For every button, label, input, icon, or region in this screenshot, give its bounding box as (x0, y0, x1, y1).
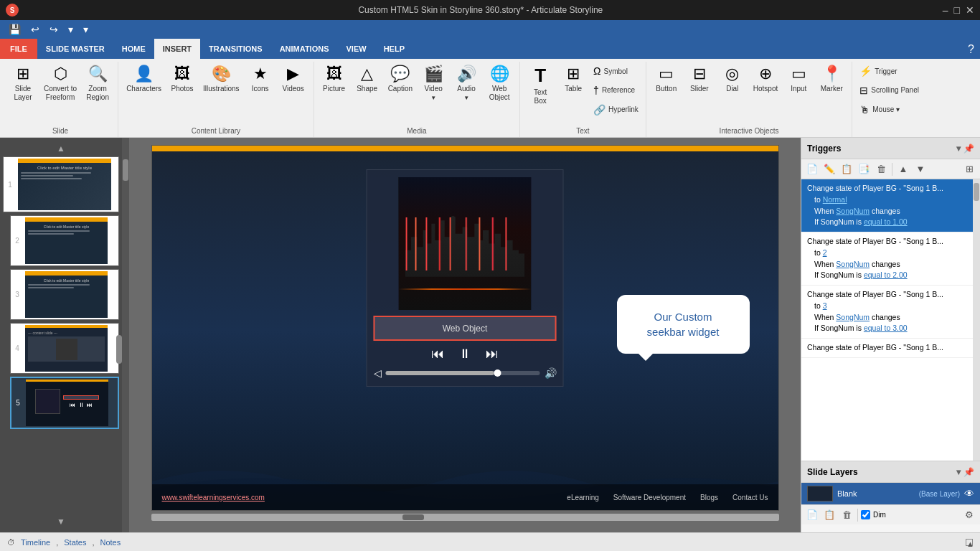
triggers-expand-button[interactable]: ⊞ (961, 161, 977, 177)
help-icon[interactable]: ? (962, 40, 980, 59)
text-box-button[interactable]: T TextBox (524, 62, 556, 108)
trigger-move-up-button[interactable]: ▲ (895, 161, 911, 177)
convert-freeform-button[interactable]: ⬡ Convert toFreeform (40, 62, 80, 105)
trigger-item-3[interactable]: Change state of Player BG - "Song 1 B...… (801, 286, 973, 339)
slide-thumb-2[interactable]: 2 Click to edit Master title style (10, 215, 119, 266)
scroll-up-button[interactable]: ▲ (3, 143, 119, 154)
videos-button[interactable]: ▶ Videos (278, 62, 309, 96)
marker-button[interactable]: 📍 Marker (816, 62, 847, 96)
trigger-new-button[interactable]: 📄 (804, 161, 820, 177)
trigger-1-songnum-link-1[interactable]: SongNum (836, 207, 870, 215)
slide-panel-scrollbar[interactable] (116, 335, 122, 364)
slide-thumb-3[interactable]: 3 Click to edit Master title style (10, 269, 119, 320)
tab-transitions[interactable]: TRANSITIONS (200, 39, 271, 59)
scroll-down-button[interactable]: ▼ (3, 517, 119, 527)
seek-thumb[interactable] (494, 369, 501, 377)
save-button[interactable]: 💾 (6, 22, 24, 37)
trigger-1-equal-link-1[interactable]: equal to 1.00 (864, 217, 908, 226)
slide-panel-vscroll-thumb[interactable] (123, 159, 128, 181)
trigger-delete-button[interactable]: 🗑 (873, 161, 889, 177)
dial-button[interactable]: ◎ Dial (717, 62, 748, 96)
footer-contact[interactable]: Contact Us (732, 494, 768, 501)
triggers-scroll-thumb[interactable] (974, 183, 979, 201)
layers-collapse-button[interactable]: ▾ (956, 467, 961, 477)
scrolling-panel-button[interactable]: ⊟ Scrolling Panel (857, 84, 922, 97)
timeline-scroll-up[interactable]: ▲ (966, 539, 973, 546)
canvas-hscroll-thumb[interactable] (402, 514, 424, 520)
footer-elearning[interactable]: eLearning (567, 494, 598, 501)
close-button[interactable]: ✕ (966, 4, 974, 16)
triggers-collapse-button[interactable]: ▾ (956, 143, 961, 154)
notes-link[interactable]: Notes (100, 538, 121, 547)
audio-button[interactable]: 🔊 Audio▼ (451, 62, 482, 105)
trigger-button[interactable]: ⚡ Trigger (857, 65, 922, 77)
undo-dropdown[interactable]: ▾ (65, 22, 76, 37)
forward-button[interactable]: ⏭ (486, 347, 499, 362)
trigger-item-4[interactable]: Change state of Player BG - "Song 1 B... (801, 339, 973, 358)
table-button[interactable]: ⊞ Table (557, 62, 589, 96)
trigger-copy-button[interactable]: 📋 (839, 161, 854, 177)
layer-delete-button[interactable]: 🗑 (839, 507, 854, 523)
symbol-button[interactable]: Ω Symbol (590, 65, 641, 77)
mouse-button[interactable]: 🖱 Mouse ▾ (857, 103, 922, 116)
triggers-scrollbar[interactable] (973, 179, 980, 461)
trigger-3-val-link[interactable]: 3 (823, 301, 827, 310)
icons-button[interactable]: ★ Icons (245, 62, 276, 96)
minimize-button[interactable]: – (943, 4, 948, 16)
shape-button[interactable]: △ Shape (352, 62, 383, 96)
canvas-hscroll[interactable] (151, 514, 779, 521)
seek-bar[interactable] (386, 371, 540, 375)
web-object-button[interactable]: 🌐 WebObject (484, 62, 515, 105)
layers-pin-button[interactable]: 📌 (963, 467, 974, 477)
zoom-region-button[interactable]: 🔍 ZoomRegion (82, 62, 113, 105)
trigger-2-val-link[interactable]: 2 (823, 248, 827, 257)
tab-help[interactable]: HELP (375, 39, 413, 59)
triggers-pin-button[interactable]: 📌 (963, 143, 974, 154)
trigger-3-equal-link[interactable]: equal to 3.00 (864, 324, 908, 332)
layer-copy-button[interactable]: 📋 (821, 507, 837, 523)
hyperlink-button[interactable]: 🔗 Hyperlink (590, 103, 641, 116)
slide-panel-vscroll[interactable] (122, 138, 129, 532)
undo-button[interactable]: ↩ (28, 22, 42, 37)
trigger-item-1[interactable]: Change state of Player BG - "Song 1 B...… (801, 179, 973, 232)
slide-thumb-4[interactable]: 4 --- content slide --- (10, 323, 119, 374)
layer-visibility-icon[interactable]: 👁 (964, 488, 974, 499)
trigger-edit-button[interactable]: ✏️ (821, 161, 837, 177)
tab-view[interactable]: VIEW (338, 39, 375, 59)
tab-animations[interactable]: ANIMATIONS (271, 39, 338, 59)
slide-layer-button[interactable]: ⊞ SlideLayer (7, 62, 39, 105)
maximize-button[interactable]: □ (954, 4, 960, 16)
web-object-box[interactable]: Web Object (374, 316, 557, 341)
hotspot-button[interactable]: ⊕ Hotspot (750, 62, 781, 96)
tab-file[interactable]: FILE (0, 39, 37, 59)
video-button[interactable]: 🎬 Video▼ (418, 62, 449, 105)
trigger-item-2[interactable]: Change state of Player BG - "Song 1 B...… (801, 232, 973, 286)
photos-button[interactable]: 🖼 Photos (166, 62, 198, 96)
trigger-1-normal-link[interactable]: Normal (823, 195, 847, 204)
states-link[interactable]: States (64, 538, 86, 547)
button-button[interactable]: ▭ Button (651, 62, 682, 96)
trigger-3-songnum-link[interactable]: SongNum (836, 313, 870, 321)
redo-button[interactable]: ↪ (47, 22, 61, 37)
footer-software[interactable]: Software Development (613, 494, 686, 501)
layer-new-button[interactable]: 📄 (804, 507, 820, 523)
rewind-button[interactable]: ⏮ (431, 347, 444, 362)
caption-button[interactable]: 💬 Caption (385, 62, 416, 96)
layer-item-blank[interactable]: Blank (Base Layer) 👁 (801, 483, 980, 504)
tab-home[interactable]: HOME (113, 39, 154, 59)
tab-insert[interactable]: INSERT (154, 39, 200, 59)
layer-settings-button[interactable]: ⚙ (961, 507, 977, 523)
slide-thumb-5[interactable]: 5 ⏮ ⏸ ⏭ (10, 377, 119, 429)
characters-button[interactable]: 👤 Characters (123, 62, 165, 96)
timeline-link[interactable]: Timeline (21, 538, 50, 547)
trigger-move-down-button[interactable]: ▼ (913, 161, 928, 177)
pause-button[interactable]: ⏸ (458, 347, 471, 362)
trigger-2-equal-link[interactable]: equal to 2.00 (864, 270, 908, 279)
layer-dim-checkbox[interactable] (861, 510, 870, 519)
footer-blogs[interactable]: Blogs (700, 494, 718, 501)
trigger-paste-button[interactable]: 📑 (856, 161, 872, 177)
qa-dropdown[interactable]: ▾ (80, 22, 91, 37)
reference-button[interactable]: † Reference (590, 84, 641, 97)
slider-button[interactable]: ⊟ Slider (684, 62, 715, 96)
tab-slide-master[interactable]: SLIDE MASTER (37, 39, 113, 59)
